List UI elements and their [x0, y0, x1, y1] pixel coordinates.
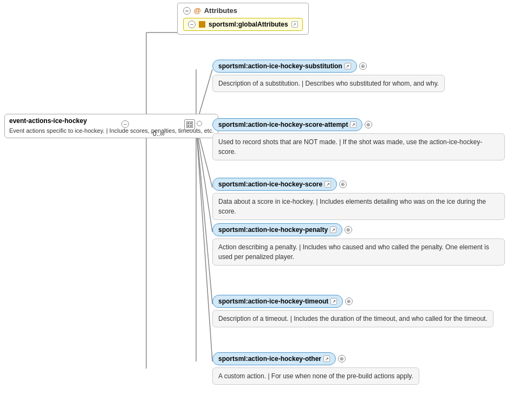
action-penalty-expand[interactable]: ↗ — [330, 227, 336, 233]
root-node-description: Event actions specific to ice-hockey. | … — [9, 127, 213, 135]
action-score-label: sportsml:action-ice-hockey-score — [218, 180, 322, 188]
action-penalty: sportsml:action-ice-hockey-penalty ↗ ⊕ A… — [212, 223, 505, 266]
action-substitution-expand[interactable]: ↗ — [345, 63, 351, 69]
action-substitution: sportsml:action-ice-hockey-substitution … — [212, 60, 445, 92]
global-attr-collapse[interactable]: − — [188, 21, 196, 28]
attributes-node: − @ Attributes − sportsml:globalAttribut… — [177, 3, 309, 35]
svg-line-8 — [196, 125, 212, 304]
action-other-info[interactable]: ⊕ — [338, 355, 346, 363]
action-timeout-label-box[interactable]: sportsml:action-ice-hockey-timeout ↗ — [212, 295, 343, 308]
svg-rect-13 — [187, 125, 189, 127]
attributes-collapse[interactable]: − — [183, 7, 191, 15]
root-node-label: event-actions-ice-hockey — [9, 117, 213, 125]
action-other-label-box[interactable]: sportsml:action-ice-hockey-other ↗ — [212, 352, 336, 365]
at-symbol: @ — [194, 7, 201, 15]
svg-rect-12 — [190, 122, 192, 124]
action-score-expand[interactable]: ↗ — [325, 181, 331, 188]
seq-circle — [197, 121, 202, 126]
action-timeout-desc: Description of a timeout. | Includes the… — [212, 310, 494, 327]
sequence-icon[interactable] — [184, 119, 195, 130]
root-circle-minus[interactable]: − — [121, 120, 129, 128]
action-score-desc: Data about a score in ice-hockey. | Incl… — [212, 193, 505, 220]
action-timeout-info[interactable]: ⊕ — [345, 298, 353, 305]
svg-rect-14 — [190, 125, 192, 127]
action-score-attempt-expand[interactable]: ↗ — [350, 121, 356, 128]
action-other-label: sportsml:action-ice-hockey-other — [218, 355, 321, 363]
action-score-label-box[interactable]: sportsml:action-ice-hockey-score ↗ — [212, 178, 337, 191]
action-score-attempt-label: sportsml:action-ice-hockey-score-attempt — [218, 121, 348, 128]
action-score: sportsml:action-ice-hockey-score ↗ ⊕ Dat… — [212, 178, 505, 220]
action-penalty-desc: Action describing a penalty. | Includes … — [212, 238, 505, 266]
multiplicity-label: 0..∞ — [153, 130, 165, 138]
global-attr-icon — [199, 21, 205, 28]
action-score-attempt: sportsml:action-ice-hockey-score-attempt… — [212, 118, 505, 160]
action-substitution-label-box[interactable]: sportsml:action-ice-hockey-substitution … — [212, 60, 357, 73]
action-score-attempt-desc: Used to record shots that are NOT made. … — [212, 133, 505, 160]
action-other-expand[interactable]: ↗ — [323, 356, 330, 362]
action-penalty-label-box[interactable]: sportsml:action-ice-hockey-penalty ↗ — [212, 223, 342, 236]
action-substitution-label: sportsml:action-ice-hockey-substitution — [218, 62, 342, 70]
action-substitution-info[interactable]: ⊕ — [359, 62, 367, 70]
global-attributes-node[interactable]: − sportsml:globalAttributes ↗ — [183, 18, 303, 31]
sequence-icon-inner — [186, 121, 193, 128]
action-other-desc: A custom action. | For use when none of … — [212, 367, 419, 385]
svg-rect-11 — [187, 122, 189, 124]
attributes-header: − @ Attributes — [183, 7, 303, 15]
svg-line-7 — [196, 125, 212, 232]
action-penalty-info[interactable]: ⊕ — [345, 226, 352, 234]
action-substitution-desc: Description of a substitution. | Describ… — [212, 75, 445, 92]
diagram-container: event-actions-ice-hockey Event actions s… — [0, 0, 532, 407]
action-timeout-expand[interactable]: ↗ — [330, 298, 337, 305]
action-timeout-label: sportsml:action-ice-hockey-timeout — [218, 298, 328, 305]
action-score-attempt-label-box[interactable]: sportsml:action-ice-hockey-score-attempt… — [212, 118, 362, 131]
global-attr-expand[interactable]: ↗ — [291, 21, 298, 28]
action-penalty-label: sportsml:action-ice-hockey-penalty — [218, 226, 328, 234]
action-timeout: sportsml:action-ice-hockey-timeout ↗ ⊕ D… — [212, 295, 494, 327]
action-other: sportsml:action-ice-hockey-other ↗ ⊕ A c… — [212, 352, 419, 385]
global-attr-label: sportsml:globalAttributes — [209, 21, 288, 28]
svg-line-9 — [196, 125, 212, 361]
action-score-attempt-info[interactable]: ⊕ — [365, 121, 372, 128]
action-score-info[interactable]: ⊕ — [339, 180, 347, 188]
attributes-title: Attributes — [204, 7, 237, 15]
